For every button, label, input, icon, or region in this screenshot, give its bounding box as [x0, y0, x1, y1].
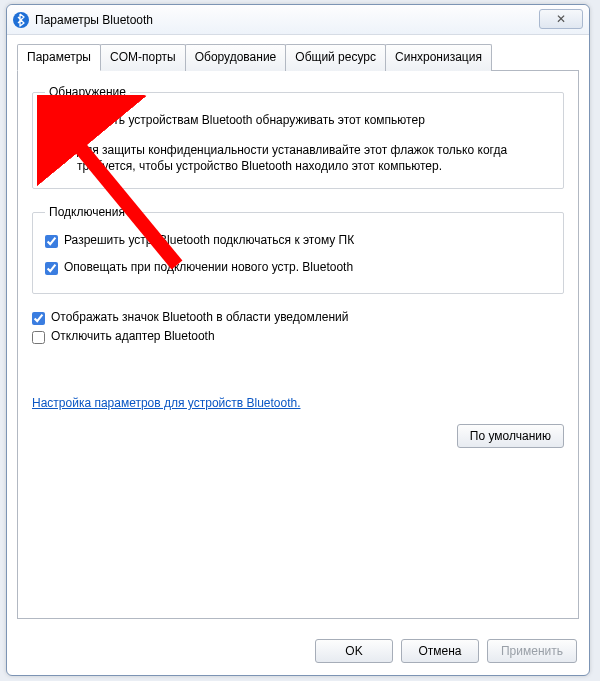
notify-connect-label: Оповещать при подключении нового устр. B… [64, 260, 353, 274]
show-tray-icon-checkbox[interactable] [32, 312, 45, 325]
notify-connect-checkbox[interactable] [45, 262, 58, 275]
show-tray-icon-label: Отображать значок Bluetooth в области ув… [51, 310, 348, 324]
dialog-footer: OK Отмена Применить [7, 629, 589, 675]
notify-connect-row[interactable]: Оповещать при подключении нового устр. B… [45, 260, 551, 275]
bluetooth-icon [13, 12, 29, 28]
tab-sync[interactable]: Синхронизация [385, 44, 492, 71]
discovery-group: Обнаружение Разрешить устройствам Blueto… [32, 85, 564, 189]
allow-connect-checkbox[interactable] [45, 235, 58, 248]
disable-adapter-row[interactable]: Отключить адаптер Bluetooth [32, 329, 564, 344]
defaults-button[interactable]: По умолчанию [457, 424, 564, 448]
show-tray-icon-row[interactable]: Отображать значок Bluetooth в области ув… [32, 310, 564, 325]
tab-hardware[interactable]: Оборудование [185, 44, 287, 71]
disable-adapter-checkbox[interactable] [32, 331, 45, 344]
tab-strip: Параметры COM-порты Оборудование Общий р… [17, 43, 579, 71]
connections-group: Подключения Разрешить устр. Bluetooth по… [32, 205, 564, 294]
ok-button[interactable]: OK [315, 639, 393, 663]
bluetooth-settings-window: Параметры Bluetooth ✕ Параметры COM-порт… [6, 4, 590, 676]
misc-options: Отображать значок Bluetooth в области ув… [32, 310, 564, 344]
tab-com-ports[interactable]: COM-порты [100, 44, 186, 71]
close-icon: ✕ [556, 12, 566, 26]
defaults-bar: По умолчанию [32, 424, 564, 448]
close-button[interactable]: ✕ [539, 9, 583, 29]
allow-discovery-label: Разрешить устройствам Bluetooth обнаружи… [64, 113, 425, 127]
allow-connect-label: Разрешить устр. Bluetooth подключаться к… [64, 233, 354, 247]
disable-adapter-label: Отключить адаптер Bluetooth [51, 329, 215, 343]
titlebar[interactable]: Параметры Bluetooth ✕ [7, 5, 589, 35]
allow-discovery-row[interactable]: Разрешить устройствам Bluetooth обнаружи… [45, 113, 551, 128]
allow-discovery-checkbox[interactable] [45, 115, 58, 128]
discovery-legend: Обнаружение [45, 85, 130, 99]
allow-connect-row[interactable]: Разрешить устр. Bluetooth подключаться к… [45, 233, 551, 248]
window-title: Параметры Bluetooth [35, 13, 153, 27]
svg-rect-2 [55, 159, 57, 161]
tab-body-parameters: Обнаружение Разрешить устройствам Blueto… [17, 71, 579, 619]
tab-parameters[interactable]: Параметры [17, 44, 101, 71]
discovery-warning-text: Для защиты конфиденциальности устанавлив… [77, 142, 551, 174]
connections-legend: Подключения [45, 205, 129, 219]
tab-shared-resource[interactable]: Общий ресурс [285, 44, 386, 71]
bluetooth-settings-link[interactable]: Настройка параметров для устройств Bluet… [32, 396, 301, 410]
content-area: Параметры COM-порты Оборудование Общий р… [7, 35, 589, 629]
discovery-warning-row: Для защиты конфиденциальности устанавлив… [45, 142, 551, 174]
cancel-button[interactable]: Отмена [401, 639, 479, 663]
svg-rect-1 [55, 151, 57, 157]
apply-button[interactable]: Применить [487, 639, 577, 663]
warning-icon [45, 144, 67, 166]
